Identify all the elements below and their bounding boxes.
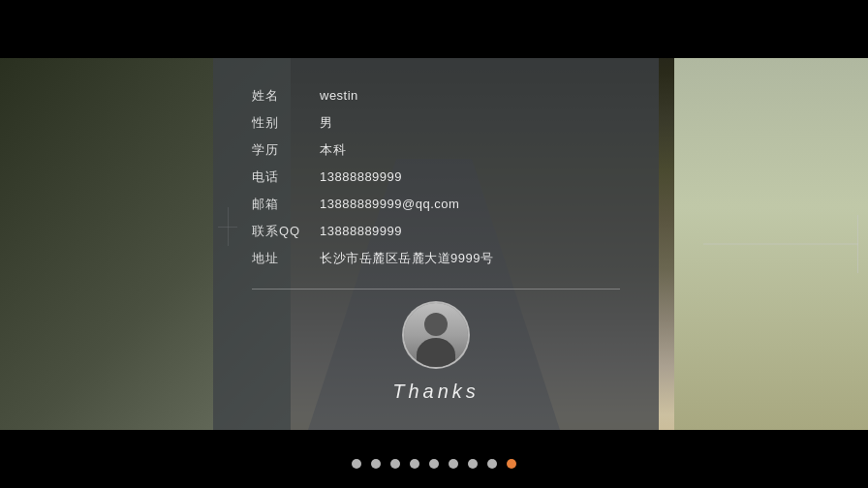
avatar bbox=[402, 301, 470, 369]
pagination-dot-5[interactable] bbox=[429, 459, 439, 469]
pagination-dot-1[interactable] bbox=[352, 459, 361, 469]
thanks-text: Thanks bbox=[392, 381, 480, 403]
info-row: 电话13888889999 bbox=[252, 168, 620, 186]
info-label: 地址 bbox=[252, 250, 320, 267]
info-label: 邮箱 bbox=[252, 196, 320, 213]
info-label: 姓名 bbox=[252, 87, 320, 105]
info-row: 性别男 bbox=[252, 114, 620, 132]
info-value: 13888889999 bbox=[320, 224, 402, 238]
pagination-dot-9[interactable] bbox=[507, 459, 516, 469]
info-row: 学历本科 bbox=[252, 141, 620, 159]
info-value: 长沙市岳麓区岳麓大道9999号 bbox=[320, 250, 493, 267]
info-row: 地址长沙市岳麓区岳麓大道9999号 bbox=[252, 250, 620, 267]
info-value: 本科 bbox=[320, 141, 346, 159]
info-row: 姓名westin bbox=[252, 87, 620, 105]
pagination-dot-4[interactable] bbox=[410, 459, 419, 469]
info-label: 学历 bbox=[252, 141, 320, 159]
pagination bbox=[0, 459, 868, 469]
plain-right bbox=[674, 58, 868, 430]
info-card: 姓名westin性别男学历本科电话13888889999邮箱1388888999… bbox=[213, 58, 659, 430]
pagination-dot-6[interactable] bbox=[449, 459, 458, 469]
info-label: 电话 bbox=[252, 168, 320, 186]
band-top bbox=[0, 0, 868, 58]
info-label: 联系QQ bbox=[252, 223, 320, 240]
pagination-dot-7[interactable] bbox=[468, 459, 478, 469]
scene: 姓名westin性别男学历本科电话13888889999邮箱1388888999… bbox=[0, 0, 868, 488]
pagination-dot-3[interactable] bbox=[390, 459, 400, 469]
card-divider bbox=[252, 289, 620, 290]
info-row: 联系QQ13888889999 bbox=[252, 223, 620, 240]
pagination-dot-2[interactable] bbox=[371, 459, 381, 469]
info-value: 男 bbox=[320, 114, 333, 132]
info-value: westin bbox=[320, 88, 358, 103]
info-label: 性别 bbox=[252, 114, 320, 132]
pagination-dot-8[interactable] bbox=[487, 459, 497, 469]
info-row: 邮箱13888889999@qq.com bbox=[252, 196, 620, 213]
info-value: 13888889999 bbox=[320, 169, 402, 184]
avatar-image bbox=[404, 301, 468, 369]
info-table: 姓名westin性别男学历本科电话13888889999邮箱1388888999… bbox=[252, 87, 620, 277]
info-value: 13888889999@qq.com bbox=[320, 197, 459, 211]
